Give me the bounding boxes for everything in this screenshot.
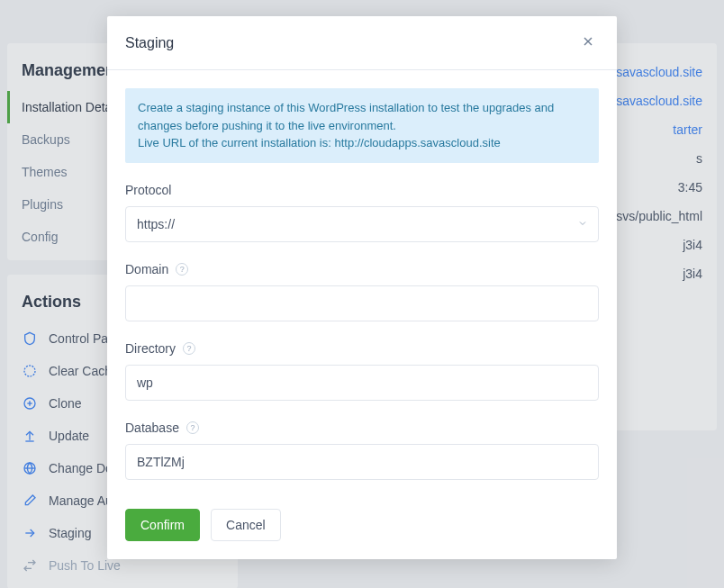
protocol-select-wrap: https:// <box>125 206 599 242</box>
protocol-label: Protocol <box>125 183 599 197</box>
confirm-button[interactable]: Confirm <box>125 509 200 541</box>
directory-input[interactable] <box>125 365 599 401</box>
protocol-field: Protocol https:// <box>125 183 599 242</box>
domain-label: Domain? <box>125 262 599 276</box>
domain-field: Domain? <box>125 262 599 321</box>
close-icon <box>581 38 595 51</box>
directory-field: Directory? <box>125 341 599 401</box>
info-box: Create a staging instance of this WordPr… <box>125 88 599 163</box>
staging-modal: Staging Create a staging instance of thi… <box>107 16 617 559</box>
database-label: Database? <box>125 421 599 435</box>
modal-body: Create a staging instance of this WordPr… <box>107 70 617 498</box>
database-input[interactable] <box>125 444 599 480</box>
modal-header: Staging <box>107 16 617 70</box>
help-icon[interactable]: ? <box>186 421 199 434</box>
help-icon[interactable]: ? <box>183 342 195 355</box>
directory-label: Directory? <box>125 341 599 356</box>
database-field: Database? <box>125 421 599 480</box>
domain-input[interactable] <box>125 285 599 321</box>
close-button[interactable] <box>577 31 599 55</box>
help-icon[interactable]: ? <box>176 263 188 276</box>
protocol-select[interactable]: https:// <box>125 206 599 242</box>
cancel-button[interactable]: Cancel <box>211 509 281 541</box>
modal-footer: Confirm Cancel <box>107 498 617 559</box>
modal-title: Staging <box>125 35 174 51</box>
modal-overlay[interactable]: Staging Create a staging instance of thi… <box>0 0 724 588</box>
